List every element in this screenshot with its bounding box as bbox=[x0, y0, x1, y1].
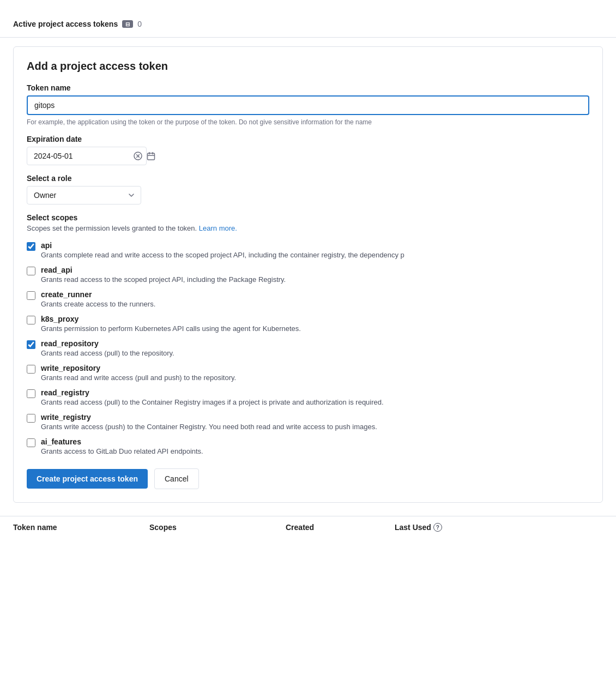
learn-more-link[interactable]: Learn more. bbox=[199, 224, 237, 232]
scope-description: Grants permission to perform Kubernetes … bbox=[41, 324, 589, 333]
scope-description: Grants complete read and write access to… bbox=[41, 251, 589, 259]
scope-item: read_apiGrants read access to the scoped… bbox=[27, 266, 589, 284]
scope-name: read_repository bbox=[41, 339, 589, 348]
scope-checkbox-k8s_proxy[interactable] bbox=[27, 316, 35, 324]
scope-name: k8s_proxy bbox=[41, 315, 589, 323]
scope-item: write_registryGrants write access (push)… bbox=[27, 413, 589, 431]
role-label: Select a role bbox=[27, 174, 589, 183]
scopes-title: Select scopes bbox=[27, 213, 589, 222]
scope-name: create_runner bbox=[41, 290, 589, 299]
scope-item: k8s_proxyGrants permission to perform Ku… bbox=[27, 315, 589, 333]
scope-item: read_repositoryGrants read access (pull)… bbox=[27, 339, 589, 357]
expiration-date-label: Expiration date bbox=[27, 135, 589, 143]
token-name-hint: For example, the application using the t… bbox=[27, 118, 589, 126]
scope-description: Grants read access to the scoped project… bbox=[41, 275, 589, 284]
scope-checkbox-create_runner[interactable] bbox=[27, 291, 35, 300]
scope-name: write_repository bbox=[41, 364, 589, 372]
scope-name: ai_features bbox=[41, 437, 589, 446]
scope-description: Grants access to GitLab Duo related API … bbox=[41, 447, 589, 455]
scopes-group: Select scopes Scopes set the permission … bbox=[27, 213, 589, 455]
token-badge-icon: ⊟ bbox=[122, 20, 133, 28]
scope-checkbox-api[interactable] bbox=[27, 242, 35, 251]
create-token-button[interactable]: Create project access token bbox=[27, 469, 148, 489]
scope-description: Grants write access (push) to the Contai… bbox=[41, 423, 589, 431]
scope-checkbox-read_registry[interactable] bbox=[27, 389, 35, 398]
scope-name: api bbox=[41, 241, 589, 250]
active-tokens-label: Active project access tokens bbox=[13, 20, 118, 28]
scope-item: ai_featuresGrants access to GitLab Duo r… bbox=[27, 437, 589, 455]
add-token-form: Add a project access token Token name Fo… bbox=[13, 46, 603, 503]
scope-item: apiGrants complete read and write access… bbox=[27, 241, 589, 259]
scope-description: Grants create access to the runners. bbox=[41, 300, 589, 308]
active-tokens-count: 0 bbox=[137, 20, 142, 28]
clear-date-button[interactable] bbox=[134, 152, 142, 160]
calendar-button[interactable] bbox=[147, 152, 155, 160]
scopes-description: Scopes set the permission levels granted… bbox=[27, 224, 589, 232]
scope-checkbox-write_repository[interactable] bbox=[27, 365, 35, 374]
scope-checkbox-read_api[interactable] bbox=[27, 267, 35, 275]
scope-item: write_repositoryGrants read and write ac… bbox=[27, 364, 589, 382]
col-token-name: Token name bbox=[13, 523, 149, 532]
form-actions: Create project access token Cancel bbox=[27, 468, 589, 489]
form-title: Add a project access token bbox=[27, 60, 589, 73]
scopes-list: apiGrants complete read and write access… bbox=[27, 241, 589, 455]
scope-name: write_registry bbox=[41, 413, 589, 422]
col-scopes: Scopes bbox=[149, 523, 286, 532]
expiration-date-group: Expiration date bbox=[27, 135, 589, 165]
scope-item: create_runnerGrants create access to the… bbox=[27, 290, 589, 308]
col-created: Created bbox=[286, 523, 395, 532]
scope-checkbox-ai_features[interactable] bbox=[27, 438, 35, 447]
token-name-input[interactable] bbox=[27, 95, 589, 115]
scope-description: Grants read access (pull) to the reposit… bbox=[41, 349, 589, 357]
token-name-group: Token name For example, the application … bbox=[27, 83, 589, 126]
token-table-header: Token name Scopes Created Last Used ? bbox=[0, 516, 616, 538]
svg-rect-1 bbox=[148, 153, 155, 160]
scope-item: read_registryGrants read access (pull) t… bbox=[27, 388, 589, 406]
scope-checkbox-read_repository[interactable] bbox=[27, 340, 35, 349]
col-last-used: Last Used ? bbox=[395, 523, 603, 532]
date-input-wrapper bbox=[27, 147, 147, 165]
role-group: Select a role Owner Maintainer Developer… bbox=[27, 174, 589, 204]
scope-description: Grants read and write access (pull and p… bbox=[41, 374, 589, 382]
cancel-button[interactable]: Cancel bbox=[154, 468, 199, 489]
token-name-label: Token name bbox=[27, 83, 589, 92]
role-select[interactable]: Owner Maintainer Developer Reporter Gues… bbox=[27, 186, 141, 204]
last-used-help-icon[interactable]: ? bbox=[433, 523, 442, 532]
expiration-date-input[interactable] bbox=[34, 152, 129, 160]
scope-name: read_registry bbox=[41, 388, 589, 397]
scope-checkbox-write_registry[interactable] bbox=[27, 414, 35, 423]
active-tokens-header: Active project access tokens ⊟ 0 bbox=[0, 11, 616, 38]
scope-name: read_api bbox=[41, 266, 589, 274]
scope-description: Grants read access (pull) to the Contain… bbox=[41, 398, 589, 406]
